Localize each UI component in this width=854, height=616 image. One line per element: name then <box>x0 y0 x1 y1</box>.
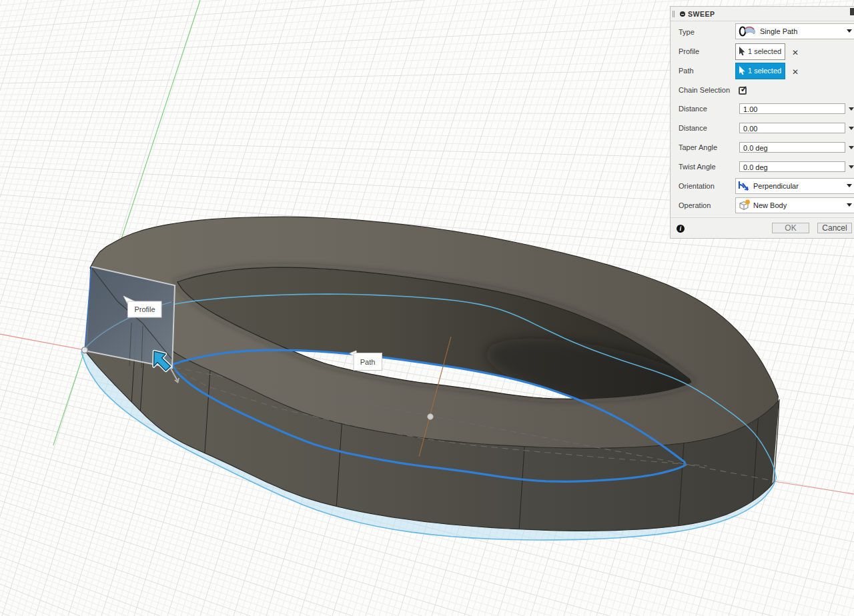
svg-text:Profile: Profile <box>134 305 155 313</box>
svg-text:Path: Path <box>360 358 376 366</box>
